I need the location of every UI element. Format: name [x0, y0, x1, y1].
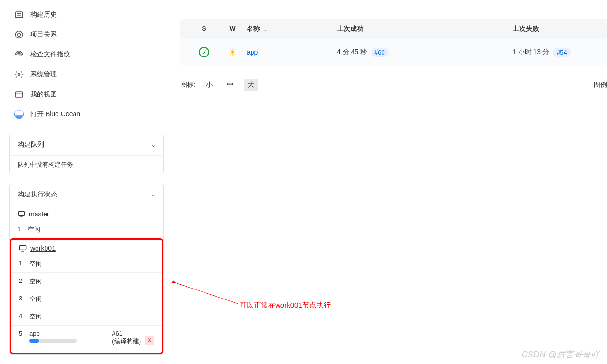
executor-row-running: 5 app #61	[11, 325, 162, 350]
executor-status-header[interactable]: 构建执行状态 ⌄	[10, 184, 163, 205]
running-job-link[interactable]: app	[29, 330, 40, 337]
status-cell: ✓	[190, 47, 218, 57]
executor-status: 空闲	[29, 295, 42, 303]
build-badge[interactable]: #54	[553, 48, 571, 57]
executor-status: 空闲	[29, 277, 42, 286]
running-task: app #61 (编译构建) ✕	[29, 330, 154, 345]
executor-status-panel: 构建执行状态 ⌄ master 1 空闲	[9, 184, 164, 355]
col-header-last-success[interactable]: 上次成功	[337, 25, 513, 33]
legend-link[interactable]: 图例	[594, 81, 607, 89]
nav-my-views[interactable]: 我的视图	[9, 84, 164, 104]
gear-icon	[14, 70, 24, 79]
panel-title: 构建执行状态	[18, 190, 57, 199]
size-small[interactable]: 小	[202, 79, 216, 91]
col-header-status[interactable]: S	[190, 25, 218, 33]
col-header-last-fail[interactable]: 上次失败	[513, 25, 598, 33]
svg-rect-10	[18, 212, 24, 216]
nav-label: 我的视图	[30, 90, 57, 99]
executor-number: 3	[19, 295, 25, 302]
watermark: CSDN @厉害哥哥吖	[522, 349, 599, 359]
svg-point-7	[18, 74, 20, 76]
executor-row: 2 空闲	[11, 272, 162, 290]
executor-number: 4	[19, 312, 25, 319]
build-badge[interactable]: #60	[371, 48, 389, 57]
executor-status: 空闲	[29, 312, 42, 321]
nav-label: 构建历史	[30, 10, 57, 19]
nav-build-history[interactable]: 构建历史	[9, 5, 164, 25]
col-header-name[interactable]: 名称 ↓	[247, 25, 337, 33]
executor-row: 3 空闲	[11, 290, 162, 308]
table-row: ✓ ☀ app 4 分 45 秒 #60 1 小时 13 分 #54	[180, 39, 607, 65]
nav-label: 系统管理	[30, 70, 57, 79]
executor-status: 空闲	[28, 225, 40, 234]
progress-bar	[29, 339, 77, 343]
build-queue-header[interactable]: 构建队列 ⌄	[10, 134, 163, 155]
blue-ocean-icon	[14, 110, 24, 119]
jobs-table-header: S W 名称 ↓ 上次成功 上次失败	[180, 19, 607, 39]
sidebar: 构建历史 项目关系 检查文件指纹 系统管理 我的	[0, 0, 171, 359]
job-link[interactable]: app	[247, 48, 258, 56]
nav-check-fingerprint[interactable]: 检查文件指纹	[9, 45, 164, 65]
col-header-weather[interactable]: W	[218, 25, 247, 33]
status-success-icon: ✓	[199, 47, 209, 57]
executor-row: 4 空闲	[11, 308, 162, 325]
window-icon	[14, 90, 24, 99]
svg-rect-12	[19, 246, 26, 250]
queue-empty-text: 队列中没有构建任务	[10, 155, 163, 174]
last-success-time: 4 分 45 秒	[337, 48, 367, 56]
main-content: S W 名称 ↓ 上次成功 上次失败 ✓ ☀ app 4 分 45 秒 #60	[171, 0, 607, 359]
nav-label: 打开 Blue Ocean	[30, 110, 80, 119]
fingerprint-icon	[14, 50, 24, 59]
job-name-cell: app	[247, 48, 337, 56]
nav-label: 项目关系	[30, 30, 57, 39]
executor-number: 1	[19, 260, 25, 267]
computer-icon	[18, 210, 25, 218]
executor-number: 1	[18, 225, 23, 233]
svg-rect-8	[16, 92, 23, 97]
weather-cell: ☀	[218, 47, 247, 58]
last-fail-cell: 1 小时 13 分 #54	[513, 48, 598, 57]
cancel-build-button[interactable]: ✕	[145, 336, 154, 345]
build-queue-panel: 构建队列 ⌄ 队列中没有构建任务	[9, 134, 164, 174]
size-medium[interactable]: 中	[223, 79, 237, 91]
history-icon	[14, 10, 24, 19]
panel-title: 构建队列	[18, 140, 44, 149]
executor-row: 1 空闲	[10, 221, 163, 238]
node-name: work001	[30, 244, 56, 252]
executor-status: 空闲	[29, 260, 42, 268]
last-fail-time: 1 小时 13 分	[513, 48, 549, 56]
svg-point-4	[18, 33, 21, 37]
highlighted-node-section: work001 1 空闲 2 空闲 3 空闲 4 空闲	[10, 238, 163, 354]
nav-label: 检查文件指纹	[30, 50, 70, 59]
svg-point-3	[16, 31, 23, 38]
nav-system-manage[interactable]: 系统管理	[9, 65, 164, 84]
node-master[interactable]: master	[10, 205, 163, 221]
last-success-cell: 4 分 45 秒 #60	[337, 48, 513, 57]
chevron-down-icon: ⌄	[151, 141, 156, 148]
running-stage: (编译构建)	[112, 337, 141, 345]
running-build-link[interactable]: #61	[112, 330, 122, 337]
nav-blue-ocean[interactable]: 打开 Blue Ocean	[9, 104, 164, 124]
size-large[interactable]: 大	[244, 79, 258, 91]
annotation-text: 可以正常在work001节点执行	[240, 301, 331, 310]
node-name: master	[29, 210, 49, 218]
weather-sunny-icon: ☀	[228, 47, 237, 58]
computer-icon	[19, 244, 27, 252]
executor-number: 5	[19, 330, 25, 337]
executor-number: 2	[19, 277, 25, 284]
chevron-down-icon: ⌄	[151, 191, 156, 198]
icon-size-selector: 图标: 小 中 大 图例	[180, 79, 607, 91]
sort-down-icon: ↓	[264, 26, 267, 32]
icon-size-label: 图标:	[180, 81, 196, 89]
executor-row: 1 空闲	[11, 255, 162, 272]
target-icon	[14, 30, 24, 39]
nav-project-relations[interactable]: 项目关系	[9, 25, 164, 45]
node-work001[interactable]: work001	[11, 240, 162, 255]
